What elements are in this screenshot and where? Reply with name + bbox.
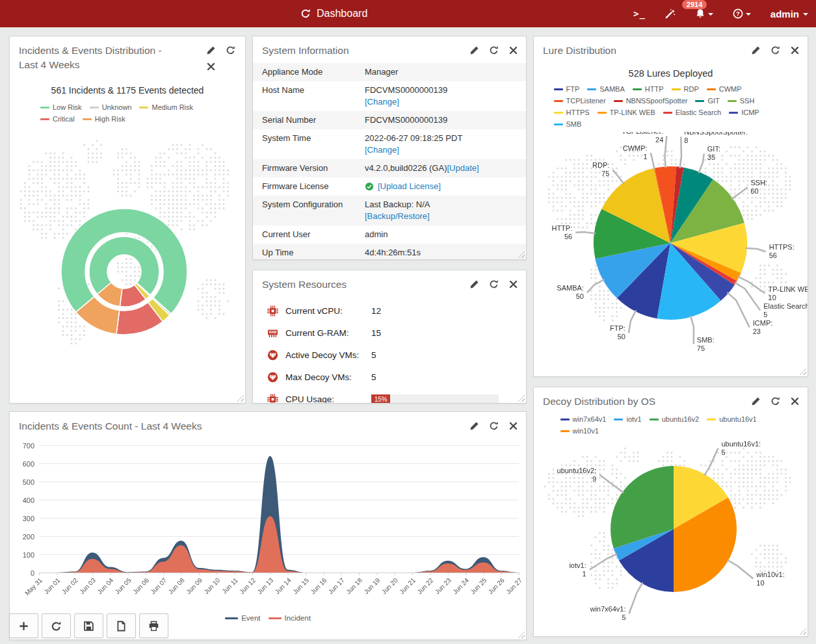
legend-item[interactable]: GIT xyxy=(695,97,719,105)
cli-console-icon[interactable]: >_ xyxy=(633,8,646,19)
lure-pie-chart[interactable] xyxy=(534,132,808,358)
resize-handle[interactable] xyxy=(799,628,806,635)
risk-donut-chart[interactable] xyxy=(10,125,245,389)
caret-down-icon xyxy=(746,13,751,18)
add-widget-button[interactable] xyxy=(9,613,38,638)
legend-swatch xyxy=(729,112,738,114)
edit-icon[interactable] xyxy=(206,45,216,55)
legend-item[interactable]: Incident xyxy=(269,614,311,622)
legend-swatch xyxy=(587,88,596,90)
refresh-icon[interactable] xyxy=(226,45,235,55)
action-link[interactable]: [Change] xyxy=(365,145,399,155)
legend-swatch xyxy=(614,419,623,420)
legend-item[interactable]: ICMP xyxy=(729,109,759,116)
legend-label: ICMP xyxy=(741,109,759,116)
close-icon[interactable] xyxy=(508,279,518,289)
legend-item[interactable]: win7x64v1 xyxy=(560,415,607,423)
legend-item[interactable]: TCPListener xyxy=(554,97,606,105)
system-info-label: System Configuration xyxy=(262,200,365,222)
setup-wizard-icon[interactable] xyxy=(665,8,676,19)
legend-item[interactable]: HTTPS xyxy=(554,109,590,116)
page-title-group: Dashboard xyxy=(300,0,367,27)
edit-icon[interactable] xyxy=(469,45,479,55)
action-link[interactable]: [Backup/Restore] xyxy=(365,211,430,221)
legend-item[interactable]: FTP xyxy=(554,85,580,93)
legend-item[interactable]: ubuntu16v1 xyxy=(707,415,757,423)
resize-handle[interactable] xyxy=(799,368,806,375)
system-resource-row: Max Decoy VMs:5 xyxy=(253,366,526,388)
panel-actions xyxy=(751,396,800,406)
refresh-icon[interactable] xyxy=(770,45,780,55)
close-icon[interactable] xyxy=(790,45,800,55)
legend-swatch xyxy=(650,419,659,420)
edit-icon[interactable] xyxy=(469,279,479,289)
legend-label: SSH xyxy=(740,97,755,105)
refresh-icon[interactable] xyxy=(770,396,780,406)
panel-actions xyxy=(751,45,800,55)
close-icon[interactable] xyxy=(206,62,216,71)
decoy-os-pie-chart[interactable] xyxy=(534,437,808,621)
legend-item[interactable]: Event xyxy=(225,614,260,622)
legend-item[interactable]: iotv1 xyxy=(614,415,641,423)
legend-swatch xyxy=(40,118,49,120)
legend-item[interactable]: Elastic Search xyxy=(663,109,721,116)
refresh-icon[interactable] xyxy=(489,421,499,431)
legend-item[interactable]: Unknown xyxy=(90,103,132,111)
notifications-menu[interactable]: 2914 xyxy=(695,8,713,19)
legend-item[interactable]: RDP xyxy=(672,85,699,93)
legend-item[interactable]: win10v1 xyxy=(560,427,599,435)
new-dashboard-button[interactable] xyxy=(107,613,136,638)
svg-text:?: ? xyxy=(736,10,740,17)
help-menu[interactable]: ? xyxy=(733,8,751,19)
user-menu[interactable]: admin xyxy=(770,8,808,19)
system-info-label: Up Time xyxy=(262,248,365,258)
legend-swatch xyxy=(707,419,716,420)
close-icon[interactable] xyxy=(790,396,800,406)
close-icon[interactable] xyxy=(508,421,518,431)
top-bar-actions: >_ 2914 ? admin xyxy=(633,0,808,27)
refresh-dashboard-button[interactable] xyxy=(42,613,71,638)
incidents-events-area-chart[interactable] xyxy=(12,437,524,612)
legend-item[interactable]: SMB xyxy=(554,120,582,128)
edit-icon[interactable] xyxy=(751,396,761,406)
action-link[interactable]: [Update] xyxy=(447,163,479,173)
resize-handle[interactable] xyxy=(518,631,525,638)
legend-item[interactable]: TP-LINK WEB xyxy=(598,109,655,116)
action-link[interactable]: [Upload License] xyxy=(378,181,441,191)
ram-icon: RAM xyxy=(267,328,278,339)
close-icon[interactable] xyxy=(508,45,518,55)
legend-swatch xyxy=(90,107,99,109)
system-info-value: 2022-06-27 09:18:25 PDT[Change] xyxy=(365,133,517,155)
legend-item[interactable]: SAMBA xyxy=(587,85,625,93)
save-dashboard-button[interactable] xyxy=(74,613,103,638)
legend-item[interactable]: SSH xyxy=(728,97,755,105)
action-link[interactable]: [Change] xyxy=(365,97,399,107)
legend-label: TCPListener xyxy=(566,97,606,105)
legend-item[interactable]: CWMP xyxy=(707,85,742,93)
legend-item[interactable]: Critical xyxy=(40,115,75,123)
system-info-table: Appliance ModeManagerHost NameFDCVMS0000… xyxy=(253,63,526,260)
panel-title: System Resources xyxy=(262,277,347,292)
legend-item[interactable]: High Risk xyxy=(83,115,125,123)
refresh-icon[interactable] xyxy=(489,279,499,289)
legend-item[interactable]: Medium Risk xyxy=(139,103,193,111)
legend-item[interactable]: HTTP xyxy=(633,85,664,93)
legend-item[interactable]: NBNSSpoofSpotter xyxy=(614,97,688,105)
resource-value: 5 xyxy=(371,350,376,360)
top-bar: Dashboard >_ 2914 ? admin xyxy=(0,0,816,27)
legend-item[interactable]: Low Risk xyxy=(40,103,82,111)
system-info-value: FDCVMS0000000139 xyxy=(365,115,517,125)
system-info-value: FDCVMS0000000139[Change] xyxy=(365,85,517,107)
dashboard-sync-icon[interactable] xyxy=(300,8,311,19)
legend-item[interactable]: ubuntu16v2 xyxy=(650,415,700,423)
legend-label: win7x64v1 xyxy=(573,415,607,423)
edit-icon[interactable] xyxy=(751,45,761,55)
panel-title: Decoy Distribution by OS xyxy=(543,394,655,409)
system-info-label: Current User xyxy=(262,229,365,240)
refresh-icon[interactable] xyxy=(489,45,499,55)
legend-label: HTTPS xyxy=(566,109,590,116)
resize-handle[interactable] xyxy=(237,394,244,402)
edit-icon[interactable] xyxy=(469,421,479,431)
decoy-icon xyxy=(267,350,278,361)
print-button[interactable] xyxy=(139,613,168,638)
